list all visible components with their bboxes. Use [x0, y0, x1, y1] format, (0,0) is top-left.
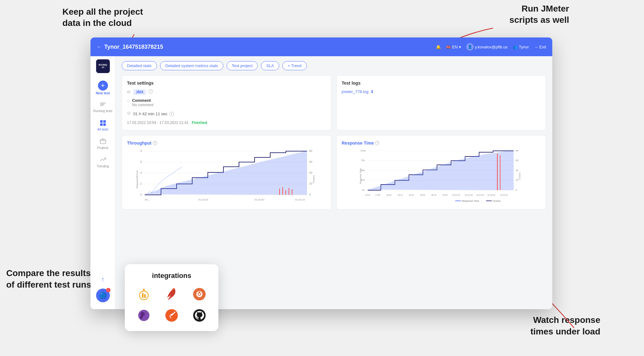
svg-text:Requests/Errors: Requests/Errors: [136, 170, 139, 188]
log-filename: jmeter_778.log: [342, 89, 368, 94]
sidebar-item-new-test[interactable]: + New test: [96, 78, 110, 97]
svg-rect-72: [144, 294, 146, 298]
response-time-chart-title: Response Time ?: [342, 141, 541, 146]
svg-point-84: [174, 312, 175, 313]
svg-text:20: 20: [309, 182, 312, 185]
svg-rect-2: [100, 105, 103, 106]
prometheus-icon[interactable]: [191, 286, 207, 302]
notification-button[interactable]: 🔵 1: [96, 289, 110, 302]
plus-icon: +: [98, 81, 108, 91]
header-right-controls: 🔔 🇬🇧 EN ▾ 👤 y.kovalov@pflb.us 👥 Tynor → …: [436, 43, 546, 51]
integrations-title: integrations: [132, 272, 211, 280]
svg-text:Response Time: Response Time: [462, 200, 480, 202]
back-arrow[interactable]: ←: [97, 44, 102, 50]
upload-icon: ↑: [101, 276, 105, 283]
tab-trend[interactable]: + Trend: [282, 61, 307, 70]
exit-icon: →: [534, 45, 538, 49]
jmeter-icon[interactable]: [163, 286, 180, 302]
gatling-icon[interactable]: [136, 307, 152, 324]
jmx-setting: ⟳ JMX ?: [127, 89, 326, 95]
svg-rect-0: [100, 103, 106, 103]
log-file-link[interactable]: jmeter_778.log ⬇: [342, 89, 541, 94]
trending-label: Trending: [97, 165, 109, 168]
tab-test-project[interactable]: Test project: [227, 61, 258, 70]
svg-text:2: 2: [140, 182, 142, 185]
svg-rect-7: [100, 140, 106, 144]
comment-label: Comment: [132, 98, 153, 103]
sidebar-item-trending[interactable]: Trending: [90, 153, 115, 171]
github-icon[interactable]: [191, 307, 207, 324]
sidebar-item-all-tests[interactable]: All tests: [90, 116, 115, 134]
annotation-top-left: Keep all the project data in the cloud: [62, 6, 143, 29]
svg-text:01:23:20: 01:23:20: [198, 198, 208, 201]
org-name[interactable]: 👥 Tynor: [513, 45, 529, 49]
user-email: y.kovalov@pflb.us: [475, 45, 508, 49]
flag-icon: 🇬🇧: [446, 45, 451, 49]
svg-text:60: 60: [516, 159, 519, 162]
comment-setting: ○ Comment No comment: [127, 98, 326, 107]
chevron-down-icon: ▾: [459, 45, 461, 49]
svg-text:VUsers: VUsers: [493, 200, 501, 202]
tab-sla[interactable]: SLA: [261, 61, 279, 70]
jmx-info-icon[interactable]: ?: [149, 89, 153, 94]
user-profile[interactable]: 👤 y.kovalov@pflb.us: [466, 43, 508, 51]
sidebar-logo: BOOMQ.IO: [96, 59, 110, 73]
duration-info-icon[interactable]: ?: [169, 112, 174, 116]
svg-point-77: [198, 293, 200, 295]
language-selector[interactable]: 🇬🇧 EN ▾: [446, 45, 461, 49]
comment-setting-icon: ○: [127, 98, 129, 103]
svg-text:100s: 100s: [360, 149, 366, 152]
svg-text:0s: 0s: [362, 189, 365, 191]
sidebar-upload-button[interactable]: ↑: [96, 273, 110, 286]
projects-icon: [99, 137, 107, 145]
status-finished: Finished: [192, 121, 207, 125]
grafana-icon[interactable]: [136, 286, 152, 302]
sidebar-item-projects[interactable]: Projects: [90, 134, 115, 153]
tab-detailed-system-metrics[interactable]: Detailed system metrics stats: [160, 61, 223, 70]
sidebar-item-running-tests[interactable]: Running tests: [90, 97, 115, 116]
svg-text:01:22:10: 01:22:10: [476, 194, 484, 196]
charts-area: Throughput ? 8 6 4 2 0 80: [122, 135, 546, 210]
running-tests-icon: [99, 101, 107, 108]
annotation-bottom-left: Compare the results of different test ru…: [6, 268, 91, 290]
app-header: ← Tynor_1647518378215 🔔 🇬🇧 EN ▾ 👤 y.kova…: [90, 37, 552, 56]
svg-rect-71: [142, 293, 144, 298]
clock-icon: ⊙: [127, 111, 131, 116]
svg-text:8: 8: [140, 149, 142, 152]
jmx-setting-icon: ⟳: [127, 90, 131, 95]
org-label: Tynor: [519, 45, 529, 49]
svg-text:6: 6: [140, 160, 142, 163]
svg-point-73: [143, 289, 145, 291]
tab-detailed-stats[interactable]: Detailed stats: [122, 61, 157, 70]
svg-text:01:42:10: 01:42:10: [500, 194, 508, 196]
svg-rect-6: [103, 123, 106, 126]
response-time-info-icon[interactable]: ?: [375, 141, 379, 145]
svg-text:25:10: 25:10: [398, 194, 403, 196]
test-settings-title: Test settings: [127, 81, 326, 86]
svg-text:80: 80: [309, 149, 312, 152]
all-tests-label: All tests: [97, 128, 108, 131]
exit-button[interactable]: → Exit: [534, 45, 546, 49]
svg-text:VUsers: VUsers: [312, 175, 315, 183]
throughput-chart-title: Throughput ?: [127, 141, 326, 146]
svg-text:0: 0: [309, 193, 311, 196]
annotation-bottom-right: Watch response times under load: [530, 314, 600, 337]
postman-icon[interactable]: [163, 307, 180, 324]
svg-text:05:10: 05:10: [365, 194, 370, 196]
jmx-badge: JMX: [133, 89, 146, 95]
running-tests-label: Running tests: [93, 109, 112, 113]
duration-setting: ⊙ 01 h 42 min 11 sec ?: [127, 110, 326, 116]
svg-text:60: 60: [309, 160, 312, 163]
svg-rect-3: [100, 120, 103, 123]
svg-text:4: 4: [140, 171, 142, 174]
bell-icon[interactable]: 🔔: [436, 45, 441, 49]
throughput-chart-card: Throughput ? 8 6 4 2 0 80: [122, 135, 331, 210]
svg-text:11:50: 11:50: [375, 194, 380, 196]
svg-text:39:40: 39:40: [420, 194, 425, 196]
svg-text:18:20: 18:20: [387, 194, 392, 196]
svg-rect-1: [100, 104, 105, 105]
info-cards-grid: Test settings ⟳ JMX ? ○ Comment No comme…: [122, 75, 546, 130]
throughput-info-icon[interactable]: ?: [153, 141, 157, 145]
language-label: EN: [452, 45, 458, 49]
trending-icon: [99, 156, 107, 163]
